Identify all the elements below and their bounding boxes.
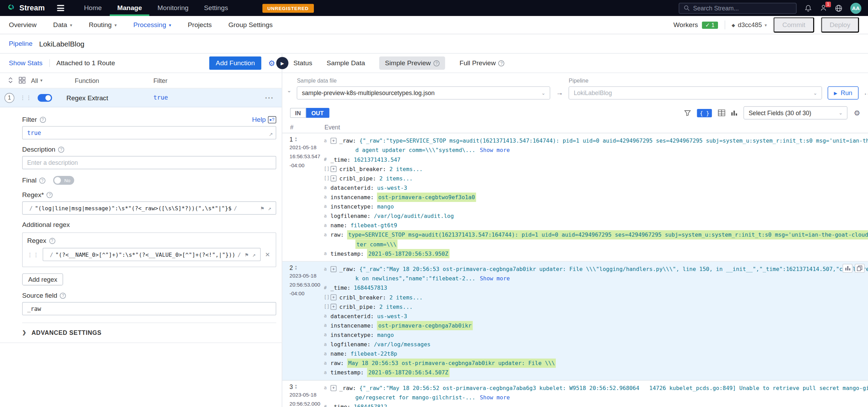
tab-projects[interactable]: Projects xyxy=(188,21,212,29)
event-number[interactable]: 1▴▾ xyxy=(290,136,324,143)
help-circle-icon[interactable]: ? xyxy=(47,192,53,198)
more-options-icon[interactable]: ⋯ xyxy=(864,88,868,99)
advanced-settings-toggle[interactable]: ❯ ADVANCED SETTINGS xyxy=(22,323,276,342)
deploy-button[interactable]: Deploy xyxy=(821,17,859,33)
expand-field-icon[interactable]: + xyxy=(331,175,337,181)
brand[interactable]: Stream xyxy=(7,3,45,13)
tab-routing[interactable]: Routing▾ xyxy=(89,21,117,29)
nav-settings[interactable]: Settings xyxy=(196,0,236,16)
sort-arrows-icon[interactable]: ▴▾ xyxy=(295,137,297,142)
description-input[interactable] xyxy=(27,159,271,166)
table-view-icon[interactable] xyxy=(718,110,725,116)
drag-handle-icon[interactable]: ⋮⋮ xyxy=(20,95,32,101)
remove-regex-icon[interactable]: ✕ xyxy=(264,251,271,258)
in-segment[interactable]: IN xyxy=(290,108,306,118)
commit-version-dropdown[interactable]: ◆ d3cc485 ▾ xyxy=(732,22,767,28)
help-link[interactable]: Help ▸? xyxy=(252,116,276,123)
function-filter-all-dropdown[interactable]: All▾ xyxy=(31,77,42,84)
help-circle-icon[interactable]: ? xyxy=(58,146,64,153)
notifications-icon[interactable]: 1 xyxy=(820,5,827,12)
expand-field-icon[interactable]: + xyxy=(331,294,337,300)
add-regex-button[interactable]: Add regex xyxy=(22,273,64,286)
show-more-link[interactable]: Show more xyxy=(480,274,510,283)
tab-status[interactable]: Status xyxy=(293,59,312,67)
show-stats-link[interactable]: Show Stats xyxy=(9,59,43,67)
drag-handle-icon[interactable]: ⋮⋮ xyxy=(27,252,39,258)
menu-icon[interactable] xyxy=(57,5,64,11)
add-function-button[interactable]: Add Function xyxy=(209,57,261,70)
function-menu-icon[interactable]: ⋯ xyxy=(265,92,274,103)
event-number[interactable]: 3▴▾ xyxy=(290,383,324,390)
expand-field-icon[interactable]: + xyxy=(331,304,337,310)
select-fields-dropdown[interactable]: Select Fields (30 of 30) ⌄ xyxy=(744,106,848,119)
nav-monitoring[interactable]: Monitoring xyxy=(150,0,196,16)
tab-processing[interactable]: Processing▾ xyxy=(133,21,171,29)
additional-regex-input[interactable]: /"(?<__NAME_0>[^"]+)":\s*"(?<__VALUE_0>[… xyxy=(43,248,261,261)
expand-field-icon[interactable]: + xyxy=(331,266,337,272)
tab-overview[interactable]: Overview xyxy=(9,21,37,29)
help-circle-icon[interactable]: ? xyxy=(60,292,66,299)
event-timezone: -04:00 xyxy=(290,162,324,169)
filter-funnel-icon[interactable] xyxy=(684,110,691,116)
event-row[interactable]: 2▴▾2023-05-1820:56:53.000-04:00a+_raw: {… xyxy=(282,262,868,381)
expand-editor-icon[interactable]: ↗ xyxy=(269,132,273,137)
filter-expression-input[interactable]: true ↗ xyxy=(22,126,276,139)
collapse-panel-icon[interactable]: ⌄ xyxy=(287,87,291,94)
function-enabled-toggle[interactable] xyxy=(37,94,52,101)
event-row[interactable]: 3▴▾2023-05-1820:56:52.000-04:00a+_raw: {… xyxy=(282,381,868,407)
expand-editor-icon[interactable]: ↗ xyxy=(252,252,256,258)
event-row[interactable]: 1▴▾2021-05-1816:56:53.547-04:00a+_raw: {… xyxy=(282,133,868,262)
source-field-input[interactable]: _raw xyxy=(22,302,276,315)
breadcrumb-pipeline[interactable]: Pipeline xyxy=(9,40,33,48)
bell-icon[interactable] xyxy=(804,4,812,12)
pipeline-settings-gear-icon[interactable]: ⚙ xyxy=(268,59,275,68)
help-circle-icon[interactable]: ? xyxy=(40,117,46,123)
nav-home[interactable]: Home xyxy=(76,0,110,16)
tab-sample-data[interactable]: Sample Data xyxy=(327,59,365,67)
sort-arrows-icon[interactable]: ▴▾ xyxy=(295,384,297,390)
sample-file-select[interactable]: sample-preview-k8s-multiplesourcetypes.l… xyxy=(297,86,550,100)
chart-icon[interactable] xyxy=(843,264,853,273)
show-more-link[interactable]: Show more xyxy=(480,145,510,155)
chevron-down-icon: ▾ xyxy=(765,23,767,27)
avatar[interactable]: AA xyxy=(850,2,861,14)
preview-settings-gear-icon[interactable]: ⚙ xyxy=(854,109,860,117)
sort-arrows-icon[interactable]: ▴▾ xyxy=(295,265,297,271)
chart-view-icon[interactable] xyxy=(732,110,738,116)
tab-group-settings[interactable]: Group Settings xyxy=(228,21,273,29)
group-view-icon[interactable] xyxy=(19,77,25,84)
out-segment[interactable]: OUT xyxy=(306,108,329,118)
commit-button[interactable]: Commit xyxy=(774,17,814,33)
tab-full-preview[interactable]: Full Preview? xyxy=(460,59,505,67)
globe-icon[interactable] xyxy=(835,4,842,12)
nav-manage[interactable]: Manage xyxy=(109,0,150,16)
search-box[interactable] xyxy=(679,2,797,14)
workers-status[interactable]: Workers ✓ 1 xyxy=(674,21,718,29)
expand-editor-icon[interactable]: ↗ xyxy=(268,205,272,211)
final-toggle[interactable]: No xyxy=(53,176,74,185)
show-more-link[interactable]: Show more xyxy=(480,393,510,402)
run-pipeline-play-button[interactable]: ▶ xyxy=(276,57,289,69)
expand-field-icon[interactable]: + xyxy=(331,138,337,144)
tab-data[interactable]: Data▾ xyxy=(53,21,72,29)
attached-routes-link[interactable]: Attached to 1 Route xyxy=(49,59,115,67)
in-out-toggle[interactable]: IN OUT xyxy=(290,108,329,118)
expand-field-icon[interactable]: + xyxy=(331,166,337,172)
event-field: alogfilename: /var/log/audit/audit.log xyxy=(324,211,868,221)
event-number[interactable]: 2▴▾ xyxy=(290,264,324,271)
help-circle-icon[interactable]: ? xyxy=(39,177,45,184)
run-button[interactable]: ▶Run xyxy=(828,86,858,100)
regex-flags-icon[interactable]: ⚑ xyxy=(261,205,264,211)
json-view-icon[interactable]: { } xyxy=(697,109,712,117)
regex-flags-icon[interactable]: ⚑ xyxy=(245,252,249,258)
copy-icon[interactable] xyxy=(855,264,865,273)
tab-simple-preview[interactable]: Simple Preview? xyxy=(379,57,445,70)
regex-input[interactable]: /"(log|line|msg|message)":\s*"(?<_raw>([… xyxy=(22,201,276,214)
function-row[interactable]: 1 ⋮⋮ Regex Extract true ⋯ xyxy=(0,88,282,107)
search-input[interactable] xyxy=(693,5,792,11)
pipeline-select[interactable]: LokiLabelBlog ⌄ xyxy=(569,86,822,100)
help-circle-icon[interactable]: ? xyxy=(49,238,55,244)
expand-field-icon[interactable]: + xyxy=(331,385,337,391)
field-type-icon: a xyxy=(324,221,331,230)
collapse-all-icon[interactable] xyxy=(8,77,13,84)
